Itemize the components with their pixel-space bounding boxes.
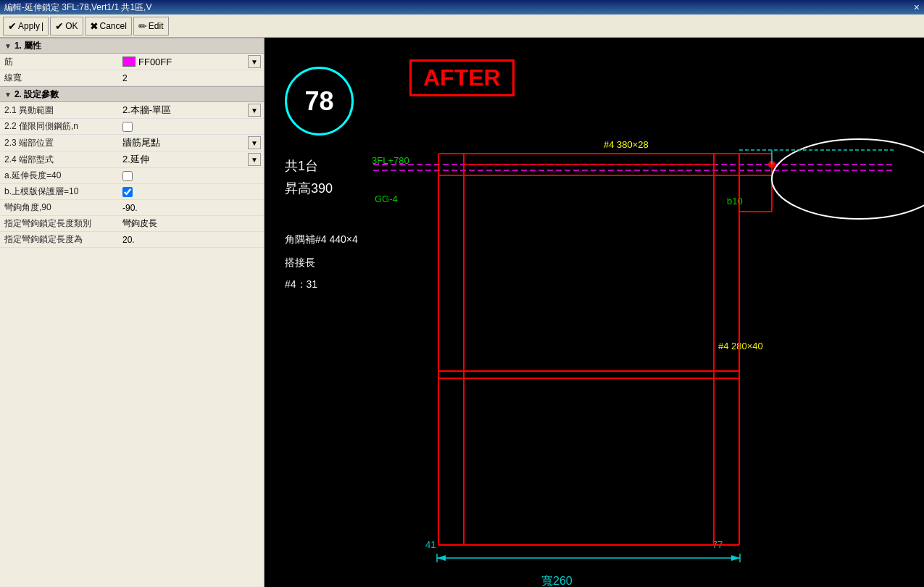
prop-value-hook-len: 20.	[120, 233, 264, 246]
prop-value-a	[120, 170, 264, 183]
prop-row-2-2: 2.2 僅限同側鋼筋,n	[0, 119, 264, 135]
prop-label-linewidth: 線寬	[0, 70, 120, 86]
section2-header: ▼ 2. 設定參數	[0, 86, 264, 102]
title-bar: 編輯-延伸鎖定 3FL:78,Vert1/1 共1區,V ×	[0, 0, 924, 14]
apply-button[interactable]: ✔ Apply |	[3, 17, 49, 36]
prop-row-2-1: 2.1 異動範圍 2.本牆-單區 ▼	[0, 102, 264, 119]
prop-label-2-3: 2.3 端部位置	[0, 136, 120, 151]
prop-label-hook-angle: 彎鉤角度,90	[0, 200, 120, 215]
prop-label-bar: 筋	[0, 54, 120, 70]
prop-value-hook-type: 彎鉤皮長	[120, 216, 264, 231]
checkbox-a[interactable]	[122, 171, 133, 181]
section2-triangle: ▼	[4, 91, 12, 99]
edit-button[interactable]: ✏ Edit	[133, 17, 169, 36]
ok-button[interactable]: ✔ OK	[50, 17, 83, 36]
prop-value-bar: FF00FF ▼	[120, 54, 264, 70]
svg-marker-19	[437, 555, 446, 561]
toolbar: ✔ Apply | ✔ OK ✖ Cancel ✏ Edit	[0, 14, 924, 38]
color-dropdown-bar[interactable]: ▼	[248, 55, 261, 68]
prop-value-b	[120, 186, 264, 199]
prop-label-hook-len: 指定彎鉤鎖定長度為	[0, 232, 120, 247]
prop-row-2-3: 2.3 端部位置 牆筋尾點 ▼	[0, 135, 264, 151]
prop-row-hook-angle: 彎鉤角度,90 -90.	[0, 200, 264, 216]
prop-row-bar: 筋 FF00FF ▼	[0, 54, 264, 70]
dropdown-2-1[interactable]: ▼	[248, 104, 261, 117]
checkbox-b[interactable]	[122, 187, 133, 197]
color-swatch-bar[interactable]	[122, 57, 136, 67]
prop-value-linewidth: 2	[120, 72, 264, 85]
prop-value-hook-angle: -90.	[120, 201, 264, 215]
section1-triangle: ▼	[4, 42, 12, 50]
apply-icon: ✔	[8, 20, 17, 32]
prop-label-2-1: 2.1 異動範圍	[0, 103, 120, 118]
edit-icon: ✏	[138, 20, 147, 32]
prop-label-a: a.延伸長度=40	[0, 168, 120, 183]
left-panel: ▼ 1. 屬性 筋 FF00FF ▼ 線寬 2 ▼ 2. 設定參數	[0, 38, 265, 587]
main-layout: ▼ 1. 屬性 筋 FF00FF ▼ 線寬 2 ▼ 2. 設定參數	[0, 38, 924, 587]
prop-value-2-3: 牆筋尾點 ▼	[120, 135, 264, 151]
right-panel: AFTER 78 共1台 昇高390 3FL+780 #4 380×28 GG-…	[265, 38, 924, 587]
section1-header: ▼ 1. 屬性	[0, 38, 264, 54]
close-button[interactable]: ×	[914, 2, 920, 12]
prop-row-linewidth: 線寬 2	[0, 70, 264, 86]
cancel-icon: ✖	[90, 20, 99, 32]
prop-label-2-2: 2.2 僅限同側鋼筋,n	[0, 119, 120, 134]
cad-drawing	[265, 38, 924, 587]
prop-row-a: a.延伸長度=40	[0, 168, 264, 184]
prop-row-hook-len: 指定彎鉤鎖定長度為 20.	[0, 232, 264, 248]
prop-row-b: b.上模版保護層=10	[0, 184, 264, 200]
prop-row-hook-type: 指定彎鉤鎖定長度類別 彎鉤皮長	[0, 216, 264, 232]
prop-label-hook-type: 指定彎鉤鎖定長度類別	[0, 216, 120, 231]
prop-value-2-1: 2.本牆-單區 ▼	[120, 102, 264, 118]
prop-row-2-4: 2.4 端部型式 2.延伸 ▼	[0, 151, 264, 168]
dropdown-2-3[interactable]: ▼	[248, 136, 261, 149]
dropdown-2-4[interactable]: ▼	[248, 153, 261, 166]
prop-value-2-2	[120, 120, 264, 133]
color-value-bar: FF00FF	[138, 57, 172, 67]
checkbox-2-2[interactable]	[122, 122, 133, 132]
prop-value-2-4: 2.延伸 ▼	[120, 151, 264, 167]
svg-point-21	[772, 139, 924, 219]
prop-label-b: b.上模版保護層=10	[0, 184, 120, 199]
window-title: 編輯-延伸鎖定 3FL:78,Vert1/1 共1區,V	[4, 1, 151, 14]
ok-icon: ✔	[55, 20, 64, 32]
svg-marker-20	[731, 555, 740, 561]
prop-label-2-4: 2.4 端部型式	[0, 152, 120, 167]
cancel-button[interactable]: ✖ Cancel	[85, 17, 132, 36]
